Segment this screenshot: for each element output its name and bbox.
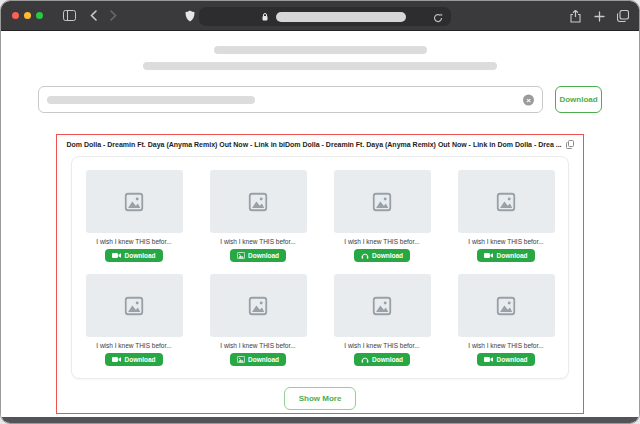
- card-download-button[interactable]: Download: [477, 353, 534, 366]
- results-panel: I wish I knew THIS befor... Download I w…: [71, 156, 569, 379]
- result-card: I wish I knew THIS befor... Download: [334, 170, 431, 262]
- image-placeholder-icon: [371, 191, 393, 213]
- card-download-label: Download: [496, 252, 527, 259]
- copy-icon[interactable]: [566, 140, 574, 149]
- thumbnail-placeholder: [210, 274, 307, 337]
- browser-toolbar: [1, 1, 639, 31]
- result-card: I wish I knew THIS befor... Download: [458, 274, 555, 366]
- share-icon[interactable]: [567, 8, 583, 24]
- thumbnail-placeholder: [86, 274, 183, 337]
- result-card: I wish I knew THIS befor... Download: [86, 170, 183, 262]
- url-search-row: × Download: [38, 86, 602, 113]
- highlighted-result-region: Dom Dolla - Dreamin Ft. Daya (Anyma Remi…: [56, 134, 584, 414]
- thumbnail-placeholder: [86, 170, 183, 233]
- card-title: I wish I knew THIS befor...: [96, 342, 171, 349]
- card-download-label: Download: [372, 356, 403, 363]
- card-title: I wish I knew THIS befor...: [220, 238, 295, 245]
- card-title: I wish I knew THIS befor...: [468, 238, 543, 245]
- new-tab-icon[interactable]: [591, 8, 607, 24]
- card-title: I wish I knew THIS befor...: [344, 238, 419, 245]
- video-icon: [484, 252, 493, 259]
- thumbnail-placeholder: [458, 274, 555, 337]
- card-download-label: Download: [248, 356, 279, 363]
- page-heading-skeleton: [214, 46, 427, 54]
- image-placeholder-icon: [247, 295, 269, 317]
- card-download-label: Download: [124, 252, 155, 259]
- back-icon[interactable]: [85, 8, 101, 24]
- card-download-label: Download: [496, 356, 527, 363]
- window-bottom-edge: [1, 417, 639, 423]
- clear-input-icon[interactable]: ×: [523, 94, 534, 105]
- card-title: I wish I knew THIS befor...: [468, 342, 543, 349]
- page-subheading-skeleton: [143, 62, 497, 70]
- minimize-window-button[interactable]: [24, 12, 31, 19]
- results-grid: I wish I knew THIS befor... Download I w…: [86, 170, 554, 366]
- sidebar-toggle-icon[interactable]: [61, 8, 77, 24]
- result-title-row: Dom Dolla - Dreamin Ft. Daya (Anyma Remi…: [57, 140, 583, 149]
- web-page: × Download Dom Dolla - Dreamin Ft. Daya …: [1, 32, 639, 417]
- result-title: Dom Dolla - Dreamin Ft. Daya (Anyma Remi…: [66, 141, 561, 148]
- card-download-button[interactable]: Download: [230, 249, 286, 262]
- card-download-button[interactable]: Download: [105, 249, 162, 262]
- download-button[interactable]: Download: [555, 86, 602, 113]
- result-card: I wish I knew THIS befor... Download: [458, 170, 555, 262]
- image-placeholder-icon: [371, 295, 393, 317]
- video-icon: [484, 356, 493, 363]
- card-title: I wish I knew THIS befor...: [220, 342, 295, 349]
- thumbnail-placeholder: [334, 274, 431, 337]
- card-title: I wish I knew THIS befor...: [344, 342, 419, 349]
- card-download-button[interactable]: Download: [105, 353, 162, 366]
- zoom-window-button[interactable]: [36, 12, 43, 19]
- card-download-label: Download: [124, 356, 155, 363]
- card-title: I wish I knew THIS befor...: [96, 238, 171, 245]
- tab-overview-icon[interactable]: [615, 8, 631, 24]
- image-placeholder-icon: [495, 295, 517, 317]
- result-card: I wish I knew THIS befor... Download: [334, 274, 431, 366]
- card-download-button[interactable]: Download: [230, 353, 286, 366]
- result-card: I wish I knew THIS befor... Download: [210, 274, 307, 366]
- url-input[interactable]: ×: [38, 86, 543, 113]
- video-icon: [112, 252, 121, 259]
- image-icon: [237, 252, 245, 259]
- image-placeholder-icon: [123, 295, 145, 317]
- card-download-button[interactable]: Download: [354, 353, 410, 366]
- reload-icon[interactable]: [430, 10, 446, 26]
- audio-icon: [361, 252, 369, 259]
- forward-icon[interactable]: [105, 8, 121, 24]
- close-window-button[interactable]: [12, 12, 19, 19]
- thumbnail-placeholder: [334, 170, 431, 233]
- audio-icon: [361, 356, 369, 363]
- browser-window: × Download Dom Dolla - Dreamin Ft. Daya …: [0, 0, 640, 424]
- show-more-button[interactable]: Show More: [284, 387, 357, 410]
- card-download-label: Download: [248, 252, 279, 259]
- result-card: I wish I knew THIS befor... Download: [210, 170, 307, 262]
- image-placeholder-icon: [247, 191, 269, 213]
- window-controls: [12, 12, 43, 19]
- card-download-label: Download: [372, 252, 403, 259]
- address-redacted-text: [276, 12, 406, 22]
- result-card: I wish I knew THIS befor... Download: [86, 274, 183, 366]
- privacy-shield-icon[interactable]: [182, 8, 198, 24]
- video-icon: [112, 356, 121, 363]
- card-download-button[interactable]: Download: [477, 249, 534, 262]
- address-bar[interactable]: [199, 7, 451, 26]
- url-input-redacted-value: [47, 96, 255, 104]
- thumbnail-placeholder: [210, 170, 307, 233]
- image-icon: [237, 356, 245, 363]
- image-placeholder-icon: [123, 191, 145, 213]
- thumbnail-placeholder: [458, 170, 555, 233]
- image-placeholder-icon: [495, 191, 517, 213]
- card-download-button[interactable]: Download: [354, 249, 410, 262]
- lock-icon: [257, 9, 273, 25]
